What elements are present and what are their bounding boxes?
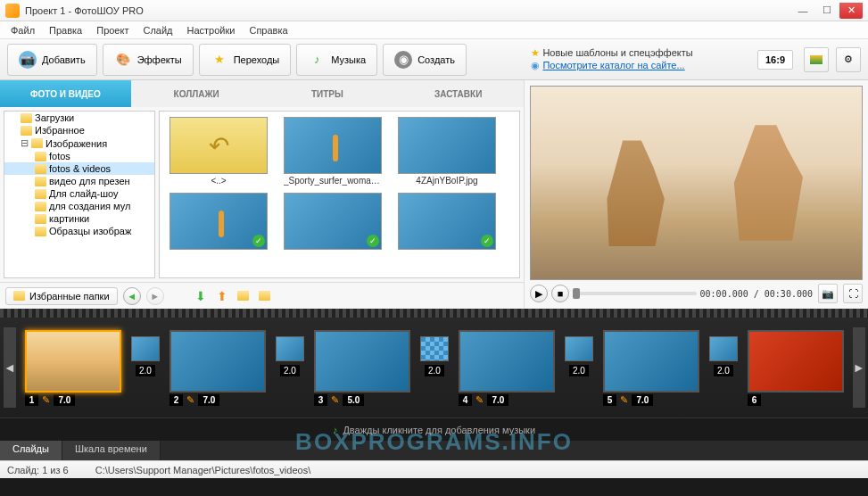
timeline-prev[interactable]: ◄ [4, 327, 16, 408]
download-icon[interactable]: ⬇ [193, 288, 209, 304]
transition-2[interactable]: 2.0 [419, 336, 450, 399]
transitions-button[interactable]: ★Переходы [199, 44, 292, 76]
aspect-ratio[interactable]: 16:9 [757, 50, 793, 70]
settings-button[interactable]: ⚙ [836, 47, 861, 72]
close-button[interactable]: ✕ [839, 3, 863, 19]
menu-Слайд[interactable]: Слайд [136, 23, 179, 37]
transition-0[interactable]: 2.0 [130, 336, 161, 399]
slide-5[interactable]: 5✎7.0 [603, 330, 699, 406]
snapshot-button[interactable]: 📷 [818, 284, 838, 303]
thumbnail[interactable]: <..> [165, 117, 272, 186]
thumbnail[interactable]: ✓ [279, 193, 386, 252]
thumbnail[interactable]: ✓ [393, 193, 500, 252]
slide-1[interactable]: 1✎7.0 [25, 330, 121, 406]
tree-item[interactable]: картинки [4, 212, 154, 225]
edit-icon[interactable]: ✎ [186, 394, 194, 406]
thumbnail[interactable]: 4ZAjnYBoIP.jpg [393, 117, 500, 186]
edit-icon[interactable]: ✎ [620, 394, 628, 406]
stop-button[interactable]: ■ [551, 285, 569, 302]
transition-1[interactable]: 2.0 [275, 336, 305, 399]
status-slide: Слайд: 1 из 6 [7, 465, 69, 475]
add-button[interactable]: 📷Добавить [7, 44, 97, 76]
effects-button[interactable]: 🎨Эффекты [103, 44, 194, 76]
tree-item[interactable]: Образцы изображ [4, 225, 154, 237]
tree-item[interactable]: ⊟Изображения [4, 136, 154, 150]
tree-item[interactable]: Для слайд-шоу [4, 187, 154, 200]
transition-4[interactable]: 2.0 [708, 336, 739, 399]
tab-3[interactable]: ЗАСТАВКИ [393, 80, 524, 107]
thumbnail[interactable]: ✓ [165, 193, 272, 252]
menu-Проект[interactable]: Проект [89, 23, 136, 37]
tl-tab-1[interactable]: Шкала времени [62, 441, 161, 460]
slide-2[interactable]: 2✎7.0 [169, 330, 266, 406]
edit-icon[interactable]: ✎ [42, 394, 50, 406]
status-path: C:\Users\Support Manager\Pictures\fotos_… [95, 465, 311, 475]
film-strip [0, 309, 868, 318]
menu-Правка[interactable]: Правка [42, 23, 89, 37]
theme-button[interactable] [804, 47, 829, 72]
slide-6[interactable]: 6 [748, 330, 844, 406]
edit-icon[interactable]: ✎ [331, 394, 339, 406]
thumbnail[interactable]: _Sporty_surfer_woman_0... [279, 117, 386, 186]
music-track[interactable]: ♪ Дважды кликните для добавления музыки [0, 417, 868, 441]
preview-slider[interactable] [573, 292, 697, 295]
timeline-next[interactable]: ► [853, 327, 865, 408]
tree-item[interactable]: fotos [4, 150, 154, 162]
minimize-button[interactable]: — [791, 3, 814, 19]
play-button[interactable]: ▶ [530, 285, 548, 302]
tree-item[interactable]: для создания мул [4, 200, 154, 212]
hints: ★ Новые шаблоны и спецэффекты ◉ Посмотри… [520, 47, 703, 71]
tab-0[interactable]: ФОТО И ВИДЕО [0, 80, 131, 107]
fav-folder-icon[interactable] [257, 288, 273, 304]
music-note-icon: ♪ [333, 425, 338, 435]
tree-item[interactable]: fotos & videos [4, 162, 154, 175]
upload-icon[interactable]: ⬆ [214, 288, 230, 304]
create-button[interactable]: ◉Создать [383, 44, 467, 76]
slide-4[interactable]: 4✎7.0 [459, 330, 555, 406]
app-icon [5, 4, 20, 18]
menu-Настройки[interactable]: Настройки [180, 23, 243, 37]
favorites-button[interactable]: Избранные папки [5, 287, 118, 305]
tree-item[interactable]: Избранное [4, 124, 154, 136]
preview-pane [530, 86, 863, 280]
folder-icon[interactable] [236, 288, 252, 304]
nav-back-button[interactable]: ◄ [123, 287, 141, 305]
catalog-link[interactable]: Посмотрите каталог на сайте... [542, 60, 684, 70]
tree-item[interactable]: видео для презен [4, 175, 154, 187]
edit-icon[interactable]: ✎ [475, 394, 484, 406]
slide-3[interactable]: 3✎5.0 [314, 330, 410, 406]
window-title: Проект 1 - ФотоШОУ PRO [25, 5, 791, 16]
fullscreen-button[interactable]: ⛶ [843, 284, 863, 303]
tab-2[interactable]: ТИТРЫ [262, 80, 393, 107]
maximize-button[interactable]: ☐ [815, 3, 839, 19]
menu-Файл[interactable]: Файл [4, 23, 42, 37]
time-display: 00:00.000 / 00:30.000 [700, 289, 813, 299]
tl-tab-0[interactable]: Слайды [0, 441, 62, 460]
transition-3[interactable]: 2.0 [564, 336, 594, 399]
gear-icon: ⚙ [844, 54, 853, 65]
music-button[interactable]: ♪Музыка [296, 44, 377, 76]
menu-Справка[interactable]: Справка [242, 23, 294, 37]
tab-1[interactable]: КОЛЛАЖИ [131, 80, 262, 107]
thumbnail-gallery[interactable]: <..>_Sporty_surfer_woman_0...4ZAjnYBoIP.… [159, 111, 520, 278]
nav-fwd-button[interactable]: ► [146, 287, 164, 305]
folder-tree[interactable]: ЗагрузкиИзбранное⊟Изображенияfotosfotos … [4, 111, 155, 278]
tree-item[interactable]: Загрузки [4, 112, 154, 124]
